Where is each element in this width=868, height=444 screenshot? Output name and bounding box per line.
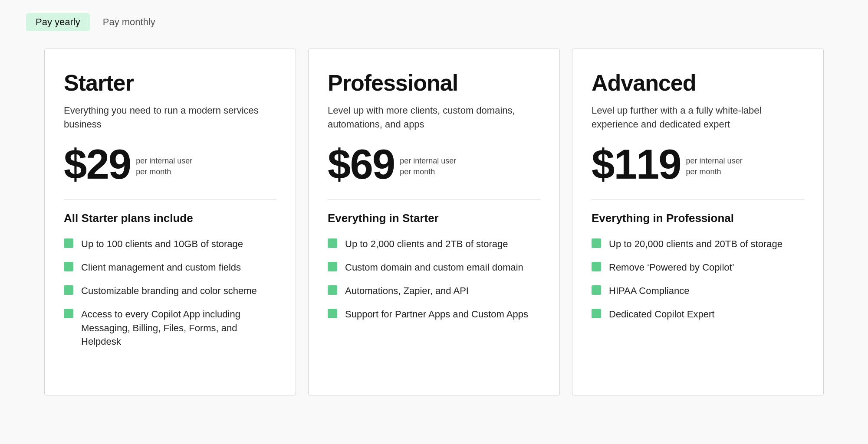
plan-features-professional: Up to 2,000 clients and 2TB of storage C…: [328, 237, 540, 321]
plan-feature-item: Support for Partner Apps and Custom Apps: [328, 307, 540, 321]
feature-check-icon: [328, 262, 337, 271]
plan-feature-item: Custom domain and custom email domain: [328, 261, 540, 274]
plan-card-professional: Professional Level up with more clients,…: [308, 49, 560, 395]
plan-price-row-starter: $29 per internal userper month: [64, 144, 276, 185]
pay-yearly-button[interactable]: Pay yearly: [26, 13, 90, 31]
plans-container: Starter Everything you need to run a mod…: [26, 49, 842, 395]
billing-toggle: Pay yearly Pay monthly: [26, 13, 842, 31]
feature-check-icon: [328, 238, 337, 248]
plan-feature-item: Automations, Zapier, and API: [328, 284, 540, 298]
plan-price-row-professional: $69 per internal userper month: [328, 144, 540, 185]
plan-price-label-advanced: per internal userper month: [686, 144, 743, 177]
plan-feature-item: Access to every Copilot App including Me…: [64, 307, 276, 349]
feature-text: Dedicated Copilot Expert: [609, 307, 714, 321]
plan-feature-item: Client management and custom fields: [64, 261, 276, 274]
feature-text: Up to 20,000 clients and 20TB of storage: [609, 237, 783, 251]
plan-feature-item: Up to 100 clients and 10GB of storage: [64, 237, 276, 251]
plan-price-starter: $29: [64, 144, 131, 185]
plan-divider-starter: [64, 199, 276, 199]
plan-price-professional: $69: [328, 144, 395, 185]
feature-text: Up to 2,000 clients and 2TB of storage: [345, 237, 508, 251]
plan-card-starter: Starter Everything you need to run a mod…: [44, 49, 296, 395]
feature-text: Custom domain and custom email domain: [345, 261, 523, 274]
feature-check-icon: [64, 238, 73, 248]
feature-check-icon: [592, 238, 601, 248]
plan-features-starter: Up to 100 clients and 10GB of storage Cl…: [64, 237, 276, 349]
plan-name-starter: Starter: [64, 70, 276, 96]
plan-includes-label-starter: All Starter plans include: [64, 212, 276, 225]
plan-feature-item: Dedicated Copilot Expert: [592, 307, 804, 321]
feature-check-icon: [592, 285, 601, 295]
plan-price-row-advanced: $119 per internal userper month: [592, 144, 804, 185]
feature-text: Up to 100 clients and 10GB of storage: [81, 237, 243, 251]
plan-feature-item: Remove ‘Powered by Copilot’: [592, 261, 804, 274]
plan-card-advanced: Advanced Level up further with a a fully…: [572, 49, 824, 395]
plan-feature-item: Up to 2,000 clients and 2TB of storage: [328, 237, 540, 251]
plan-price-advanced: $119: [592, 144, 681, 185]
feature-text: Automations, Zapier, and API: [345, 284, 469, 298]
plan-name-advanced: Advanced: [592, 70, 804, 96]
feature-check-icon: [64, 309, 73, 318]
plan-description-starter: Everything you need to run a modern serv…: [64, 104, 276, 131]
feature-text: Client management and custom fields: [81, 261, 241, 274]
feature-check-icon: [592, 309, 601, 318]
plan-price-label-starter: per internal userper month: [136, 144, 192, 177]
plan-feature-item: Customizable branding and color scheme: [64, 284, 276, 298]
feature-check-icon: [592, 262, 601, 271]
feature-text: Customizable branding and color scheme: [81, 284, 257, 298]
feature-check-icon: [328, 309, 337, 318]
plan-includes-label-advanced: Everything in Professional: [592, 212, 804, 225]
feature-check-icon: [328, 285, 337, 295]
pay-monthly-button[interactable]: Pay monthly: [93, 13, 165, 31]
plan-description-professional: Level up with more clients, custom domai…: [328, 104, 540, 131]
feature-text: Access to every Copilot App including Me…: [81, 307, 276, 349]
plan-feature-item: HIPAA Compliance: [592, 284, 804, 298]
feature-check-icon: [64, 262, 73, 271]
plan-includes-label-professional: Everything in Starter: [328, 212, 540, 225]
plan-price-label-professional: per internal userper month: [400, 144, 456, 177]
feature-text: Remove ‘Powered by Copilot’: [609, 261, 734, 274]
plan-divider-professional: [328, 199, 540, 199]
feature-check-icon: [64, 285, 73, 295]
plan-divider-advanced: [592, 199, 804, 199]
plan-description-advanced: Level up further with a a fully white-la…: [592, 104, 804, 131]
feature-text: Support for Partner Apps and Custom Apps: [345, 307, 528, 321]
plan-name-professional: Professional: [328, 70, 540, 96]
plan-features-advanced: Up to 20,000 clients and 20TB of storage…: [592, 237, 804, 321]
feature-text: HIPAA Compliance: [609, 284, 689, 298]
plan-feature-item: Up to 20,000 clients and 20TB of storage: [592, 237, 804, 251]
